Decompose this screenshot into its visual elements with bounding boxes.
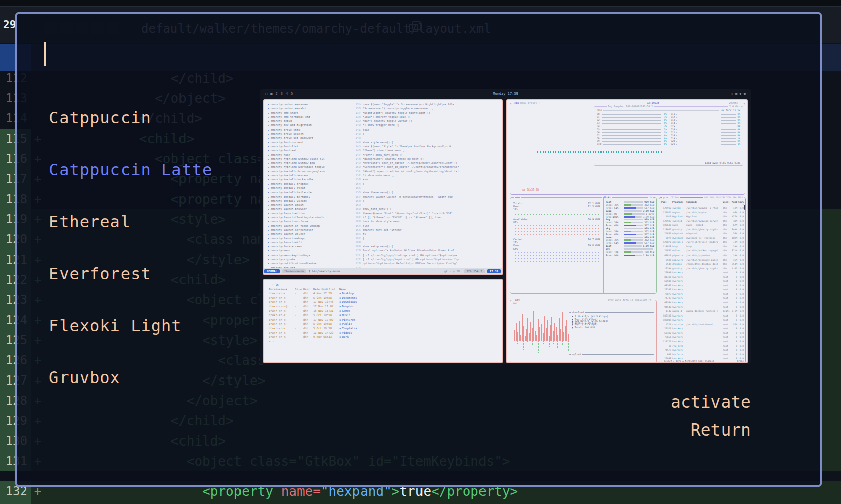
proc-row: 1916HyprlandHyprlanddhh422M0.0 bbox=[659, 215, 745, 219]
preview-file-row: ▪omarchy-install-steam bbox=[264, 186, 350, 190]
disk-meter bbox=[624, 213, 645, 215]
preview-file-row: ▪omarchy-hyprland-workspace-toggle bbox=[264, 165, 350, 169]
proc-scrollbar-thumb bbox=[744, 205, 745, 210]
file-bullet-icon: ▪ bbox=[268, 229, 269, 231]
cpu-freq: 2.0 GHz bbox=[728, 105, 741, 108]
preview-file-row: ▪omarchy-launch-browser bbox=[264, 207, 350, 211]
theme-item-label: Ethereal bbox=[49, 212, 131, 231]
ls-row: drwxr-xr-x-dhh5 Oct 19:58▪Music bbox=[269, 313, 502, 318]
ls-row: drwxr-xr-x-dhh11 Nov 14:29▪Videos bbox=[269, 331, 502, 335]
file-bullet-icon: ▪ bbox=[268, 137, 269, 139]
ls-rows: drwxr-xr-x-dhh4 Nov 17:29▪Desktop drwxr-… bbox=[269, 291, 502, 339]
file-bullet-icon: ▪ bbox=[268, 107, 269, 110]
preview-code-line: 170 local options="• Audio\n• Wifi\n• Bl… bbox=[350, 248, 502, 253]
preview-clock: Monday 17:39 bbox=[260, 92, 751, 96]
editor-line: 133+ <property name="halign">end</proper… bbox=[0, 501, 841, 504]
proc-row: 63816pipewire/usr/bin/pipewiredhh14M0.0 bbox=[659, 254, 745, 258]
file-bullet-icon: ▪ bbox=[268, 249, 269, 252]
file-bullet-icon: ▪ bbox=[268, 208, 269, 210]
folder-icon: ▪ bbox=[339, 313, 341, 317]
preview-code-line: 154} bbox=[350, 182, 502, 186]
theme-list-item[interactable]: Ethereal bbox=[49, 196, 261, 247]
ls-row: drwxr-xr-x-dhh16 Nov 15:31▪Games bbox=[269, 309, 502, 313]
cpu-core-grid: C00%C13%C20%C30%C42%C52%C63%C70%C80%C90%… bbox=[597, 113, 740, 146]
disk-meter bbox=[624, 255, 642, 256]
disk-meter bbox=[624, 216, 642, 218]
proc-row: 71835elephantelephantdhh36M0.0 bbox=[659, 232, 745, 236]
disk-meter bbox=[624, 204, 643, 206]
theme-list-item[interactable]: Everforest bbox=[49, 247, 261, 299]
terminal-prompt: ~ ›ls bbox=[269, 283, 502, 287]
preview-file-row: ▪omarchy-migrate bbox=[264, 257, 350, 261]
file-bullet-icon: ▪ bbox=[268, 178, 269, 181]
preview-file-row: ▪omarchy-install-tailscale bbox=[264, 190, 350, 194]
mem-stats: Total:62.1 GiB Used:11.3 GiB 18% Availab… bbox=[513, 202, 600, 264]
cpu-total-row: CPU0%58°C12.3W bbox=[597, 109, 740, 112]
folder-icon: ▪ bbox=[339, 335, 341, 338]
search-input-caret[interactable] bbox=[44, 42, 46, 66]
preview-code-line: 166 fi bbox=[350, 232, 502, 236]
theme-list-item[interactable]: Flexoki Light bbox=[49, 299, 261, 351]
proc-box-options: per-core reverse tree cpu lazy bbox=[703, 196, 744, 198]
cpu-core-row: C211% bbox=[671, 143, 740, 146]
preview-statusline: NORMAL themes-menu $ bin/omarchy-menu gk… bbox=[264, 268, 502, 274]
cpu-box-interval: 2000ms + bbox=[728, 101, 742, 104]
net-peak-label: 10K bbox=[513, 302, 517, 305]
theme-list-item[interactable]: Catppuccin Latte bbox=[49, 144, 261, 196]
proc-row: 71837walker/usr/bin/walker --gappldhh371… bbox=[659, 249, 745, 254]
preview-code-line: 167} bbox=[350, 236, 502, 240]
ls-row: drwx------@-dhh17 Nov 11:02▪Dropbox bbox=[269, 304, 502, 309]
proc-row: 120878glycin-i/usr/lib/glycin-loadersdhh… bbox=[659, 240, 745, 245]
proc-row: 120921waybar/usr/bin/waybardhh48M0.0 bbox=[659, 211, 745, 215]
preview-file-row: ▪omarchy-font-list bbox=[264, 144, 350, 148]
file-bullet-icon: ▪ bbox=[268, 191, 269, 194]
preview-file-row: ▪omarchy-font-set bbox=[264, 148, 350, 152]
disk-meter bbox=[624, 248, 653, 250]
preview-file-row: ▪omarchy-launch-webapp bbox=[264, 236, 350, 240]
proc-row: 68402kworker/root00.0 bbox=[659, 331, 745, 336]
folder-icon: ▪ bbox=[339, 300, 341, 303]
proc-row: 120912swaybg/usr/bin/swaybg -i /homdhh13… bbox=[659, 206, 745, 211]
preview-code-line: 171 [ -f ~/.config/hypr/bindings.conf ] … bbox=[350, 253, 502, 257]
preview-code-line: 165 omarchy-font-set "$theme" bbox=[350, 228, 502, 232]
workspace-badge: 29 bbox=[3, 19, 16, 31]
preview-code-pane: 135case $(menu "Toggle" "• Screensaver\n… bbox=[350, 100, 502, 270]
mem-used-meter bbox=[513, 212, 600, 217]
btop-proc-box: proc filter per-core reverse tree cpu la… bbox=[659, 197, 746, 363]
preview-code-line: 168 bbox=[350, 240, 502, 244]
preview-code-line: 155 bbox=[350, 186, 502, 190]
line-number: 133 bbox=[0, 501, 31, 504]
ls-row: drwxr-xr-x-dhh4 Nov 17:29▪Desktop bbox=[269, 291, 502, 296]
disk-meter bbox=[624, 239, 643, 241]
disk-meter bbox=[624, 201, 643, 203]
proc-row: 76849kworker/root00.0 bbox=[659, 271, 745, 275]
preview-file-row: ▪omarchy-install-terminal bbox=[264, 195, 350, 199]
file-bullet-icon: ▪ bbox=[268, 162, 269, 164]
net-up-line: ▲ Total: 300 MiB bbox=[572, 326, 654, 329]
file-bullet-icon: ▪ bbox=[268, 254, 269, 257]
proc-row: 120937swayosd-/usr/bin/swayosd-serverdhh… bbox=[659, 219, 745, 224]
theme-list-item[interactable]: Catppuccin bbox=[49, 92, 261, 144]
cpu-core-box: Eng Sample: 100-000001243-50_Y 2.0 GHz C… bbox=[594, 106, 743, 166]
preview-file-row: ▪omarchy-install-chromium-google-a bbox=[264, 169, 350, 173]
preview-file-row: ▪omarchy-drive-select bbox=[264, 132, 350, 136]
preview-code-line: 146 *Theme*) show_theme_menu ;; bbox=[350, 148, 502, 152]
file-bullet-icon: ▪ bbox=[268, 212, 269, 215]
ls-row: drwxr-xr-x-dhh5 Oct 19:58▪Documents bbox=[269, 296, 502, 300]
theme-item-label: Everforest bbox=[49, 264, 151, 283]
theme-item-label: Flexoki Light bbox=[49, 316, 182, 335]
proc-footer: ↑ select ↓ info ↵ terminate kill signals… bbox=[661, 360, 744, 362]
preview-code-line: 152 *) show_main_menu ;; bbox=[350, 173, 502, 177]
statusline-position: 32% 154:1 bbox=[464, 269, 485, 273]
preview-code-line: 143 bbox=[350, 136, 502, 140]
preview-terminal-window: ~ ›ls PermissionsSizeUserDate ModifiedNa… bbox=[263, 279, 503, 363]
preview-code-line: 164 else bbox=[350, 224, 502, 228]
disk-row: Free: 90%1.80 GiB bbox=[606, 254, 654, 257]
theme-list-item[interactable]: Gruvbox bbox=[49, 351, 261, 403]
preview-file-row: ▪omarchy-dev-add-migration bbox=[264, 123, 350, 127]
proc-row: 72073kworker/root00.0 bbox=[659, 292, 745, 297]
hint-action-label: activate bbox=[671, 388, 751, 416]
folder-icon: ▪ bbox=[339, 318, 341, 321]
preview-code-line: 136 *Screensaver*) omarchy-toggle-screen… bbox=[350, 106, 502, 110]
preview-code-line: 153 esac bbox=[350, 177, 502, 181]
